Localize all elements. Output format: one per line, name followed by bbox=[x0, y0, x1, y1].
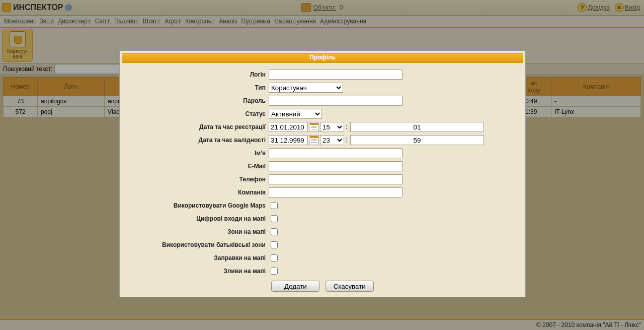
calendar-icon[interactable] bbox=[309, 135, 319, 145]
label-password: Пароль bbox=[135, 97, 269, 104]
label-fuelings: Заправки на мапі bbox=[135, 254, 269, 261]
dialog-title: Профіль bbox=[122, 53, 523, 63]
label-company: Компанія bbox=[135, 189, 269, 196]
drains-checkbox[interactable] bbox=[271, 268, 278, 275]
label-email: E-Mail bbox=[135, 163, 269, 170]
password-input[interactable] bbox=[269, 96, 403, 106]
gmaps-checkbox[interactable] bbox=[271, 202, 278, 209]
status-select[interactable]: Активний bbox=[269, 109, 322, 119]
type-select[interactable]: Користувач bbox=[269, 83, 343, 93]
label-validity: Дата та час валідності bbox=[135, 137, 269, 144]
label-parent-zones: Використовувати батьківські зони bbox=[135, 241, 269, 248]
cancel-button[interactable]: Скасувати bbox=[326, 281, 374, 292]
label-registration: Дата та час реєстрації bbox=[135, 123, 269, 130]
zones-checkbox[interactable] bbox=[271, 228, 278, 235]
label-type: Тип bbox=[135, 84, 269, 91]
label-login: Логін bbox=[135, 71, 269, 78]
reg-hour-select[interactable]: 15 bbox=[320, 122, 344, 132]
profile-dialog: Профіль Логін Тип Користувач Пароль Стат… bbox=[119, 50, 526, 297]
valid-min-input[interactable] bbox=[350, 135, 484, 145]
fuelings-checkbox[interactable] bbox=[271, 254, 278, 261]
label-gmaps: Використовувати Google Maps bbox=[135, 202, 269, 209]
label-phone: Телефон bbox=[135, 176, 269, 183]
parent-zones-checkbox[interactable] bbox=[271, 241, 278, 248]
company-input[interactable] bbox=[269, 187, 403, 197]
add-button[interactable]: Додати bbox=[271, 281, 319, 292]
label-status: Статус bbox=[135, 110, 269, 117]
phone-input[interactable] bbox=[269, 174, 403, 184]
name-input[interactable] bbox=[269, 148, 403, 158]
valid-date-input[interactable] bbox=[269, 135, 308, 145]
valid-hour-select[interactable]: 23 bbox=[320, 135, 344, 145]
label-digital-inputs: Цифрові входи на мапі bbox=[135, 215, 269, 222]
label-zones: Зони на мапі bbox=[135, 228, 269, 235]
email-input[interactable] bbox=[269, 161, 403, 171]
login-input[interactable] bbox=[269, 70, 403, 80]
calendar-icon[interactable] bbox=[309, 122, 319, 132]
reg-min-input[interactable] bbox=[350, 122, 484, 132]
digital-inputs-checkbox[interactable] bbox=[271, 215, 278, 222]
label-name: Ім'я bbox=[135, 150, 269, 157]
reg-date-input[interactable] bbox=[269, 122, 308, 132]
label-drains: Зливи на мапі bbox=[135, 268, 269, 275]
